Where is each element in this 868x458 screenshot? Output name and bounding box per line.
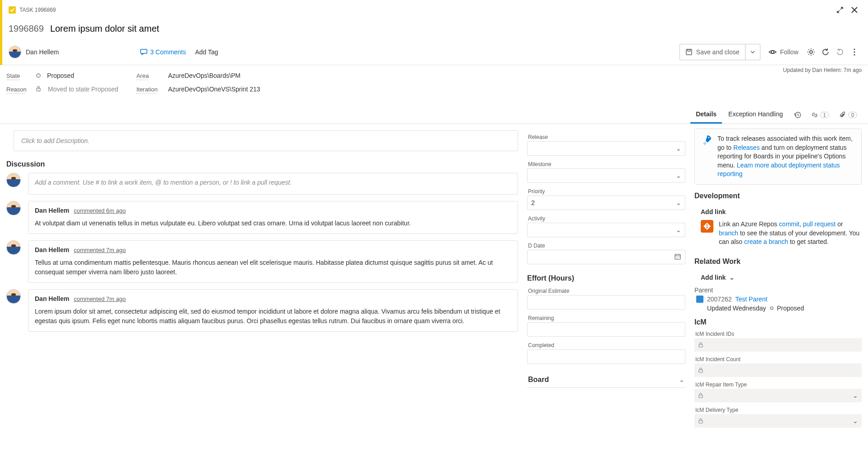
lock-icon	[698, 367, 703, 373]
ddate-field[interactable]	[527, 250, 685, 264]
close-button[interactable]	[847, 3, 862, 17]
svg-point-6	[854, 52, 855, 53]
parent-link[interactable]: Test Parent	[736, 296, 768, 303]
links-count: 1	[820, 112, 829, 118]
comment-time[interactable]: commented 6m ago	[74, 207, 126, 214]
follow-button[interactable]: Follow	[763, 44, 804, 60]
lock-icon	[698, 418, 703, 424]
original-estimate-field[interactable]	[527, 295, 685, 310]
svg-point-5	[854, 49, 855, 50]
iteration-label: Iteration	[137, 86, 168, 93]
work-item-title-input[interactable]	[50, 22, 862, 36]
comment-author[interactable]: Dan Hellem	[35, 295, 69, 302]
iteration-value[interactable]: AzureDevOps\OneVS\Sprint 213	[168, 86, 260, 93]
pull-request-link[interactable]: pull request	[803, 220, 835, 228]
refresh-button[interactable]	[818, 44, 833, 60]
area-value[interactable]: AzureDevOps\Boards\PM	[168, 72, 241, 79]
comment-item: Dan Hellem commented 7m ago Lorem ipsum …	[28, 289, 518, 332]
expand-button[interactable]	[833, 3, 847, 17]
icm-incident-ids-label: IcM Incident IDs	[695, 331, 861, 337]
avatar	[6, 240, 21, 255]
comment-time[interactable]: commented 7m ago	[74, 247, 126, 253]
task-type-label: TASK 1996869	[19, 7, 56, 13]
svg-rect-0	[141, 49, 147, 53]
completed-field[interactable]	[527, 349, 685, 364]
svg-point-7	[854, 54, 855, 56]
development-add-link[interactable]: Add link	[694, 205, 862, 219]
commit-link[interactable]: commit	[779, 220, 799, 228]
tab-links[interactable]: 1	[807, 108, 834, 122]
save-and-close-label: Save and close	[696, 48, 740, 56]
more-actions-button[interactable]	[847, 44, 862, 60]
tab-details[interactable]: Details	[690, 106, 722, 124]
state-dot-icon	[770, 306, 774, 310]
area-label: Area	[137, 72, 168, 79]
state-value[interactable]: Proposed	[47, 72, 74, 79]
icm-repair-item-type-field[interactable]: ⌄	[694, 389, 862, 402]
tab-attachments[interactable]: 0	[835, 108, 862, 122]
reason-value[interactable]: Moved to state Proposed	[48, 86, 118, 93]
chevron-down-icon: ⌄	[676, 226, 681, 234]
related-work-heading: Related Work	[694, 258, 862, 266]
effort-heading: Effort (Hours)	[527, 274, 685, 282]
tab-exception-handling[interactable]: Exception Handling	[723, 106, 788, 124]
original-estimate-label: Original Estimate	[528, 288, 684, 294]
svg-point-3	[771, 51, 774, 53]
work-item-id: 1996869	[9, 24, 44, 34]
create-branch-link[interactable]: create a branch	[744, 238, 788, 245]
icm-delivery-type-field[interactable]: ⌄	[694, 414, 862, 428]
milestone-label: Milestone	[528, 161, 684, 167]
remaining-label: Remaining	[528, 315, 684, 321]
save-dropdown-button[interactable]	[745, 44, 760, 60]
tab-history[interactable]	[789, 108, 806, 122]
chevron-down-icon: ⌄	[729, 274, 735, 281]
icm-incident-ids-field	[694, 338, 862, 352]
add-tag-button[interactable]: Add Tag	[193, 47, 221, 57]
assignee-avatar[interactable]	[9, 46, 21, 58]
comment-body: Tellus at urna condimentum mattis pellen…	[35, 258, 511, 277]
comment-author[interactable]: Dan Hellem	[35, 246, 69, 253]
calendar-icon	[674, 253, 681, 262]
releases-link[interactable]: Releases	[733, 144, 760, 151]
svg-rect-16	[699, 370, 703, 372]
parent-updated: Updated Wednesday	[707, 305, 766, 312]
svg-rect-8	[37, 88, 40, 91]
release-field[interactable]: ⌄	[527, 141, 685, 156]
icm-repair-item-type-label: IcM Repair Item Type	[695, 382, 861, 388]
icm-incident-count-field	[694, 363, 862, 377]
related-add-link[interactable]: Add link ⌄	[694, 270, 862, 285]
task-type-icon	[9, 6, 16, 14]
add-comment-input[interactable]: Add a comment. Use # to link a work item…	[28, 173, 518, 195]
save-and-close-button[interactable]: Save and close	[679, 44, 745, 60]
branch-link[interactable]: branch	[719, 229, 738, 237]
milestone-field[interactable]: ⌄	[527, 168, 685, 183]
current-user-avatar	[6, 173, 21, 187]
priority-field[interactable]: 2 ⌄	[527, 196, 685, 210]
state-dot-icon	[36, 73, 41, 78]
release-label: Release	[528, 134, 684, 140]
chevron-down-icon: ⌄	[676, 145, 681, 152]
settings-button[interactable]	[804, 44, 818, 60]
deployment-callout: To track releases associated with this w…	[694, 129, 862, 185]
add-link-label: Add link	[701, 208, 726, 215]
assignee-name[interactable]: Dan Hellem	[26, 48, 59, 56]
comment-time[interactable]: commented 7m ago	[74, 296, 126, 302]
svg-rect-2	[688, 49, 690, 51]
lock-icon	[698, 342, 703, 348]
undo-button[interactable]	[833, 44, 847, 60]
git-icon	[701, 220, 713, 233]
icm-heading: IcM	[694, 318, 862, 326]
development-heading: Development	[694, 192, 862, 200]
description-input[interactable]: Click to add Description.	[14, 130, 518, 151]
comments-link[interactable]: 3 Comments	[140, 48, 186, 56]
add-link-label: Add link	[701, 274, 726, 281]
parent-id: 2007262	[707, 296, 732, 303]
remaining-field[interactable]	[527, 322, 685, 337]
board-section-toggle[interactable]: Board ⌄	[527, 372, 685, 388]
state-label: State	[6, 72, 33, 79]
ddate-label: D Date	[528, 243, 684, 249]
activity-field[interactable]: ⌄	[527, 223, 685, 237]
svg-point-4	[810, 51, 812, 53]
comment-author[interactable]: Dan Hellem	[35, 207, 69, 214]
icm-incident-count-label: IcM Incident Count	[695, 356, 861, 363]
